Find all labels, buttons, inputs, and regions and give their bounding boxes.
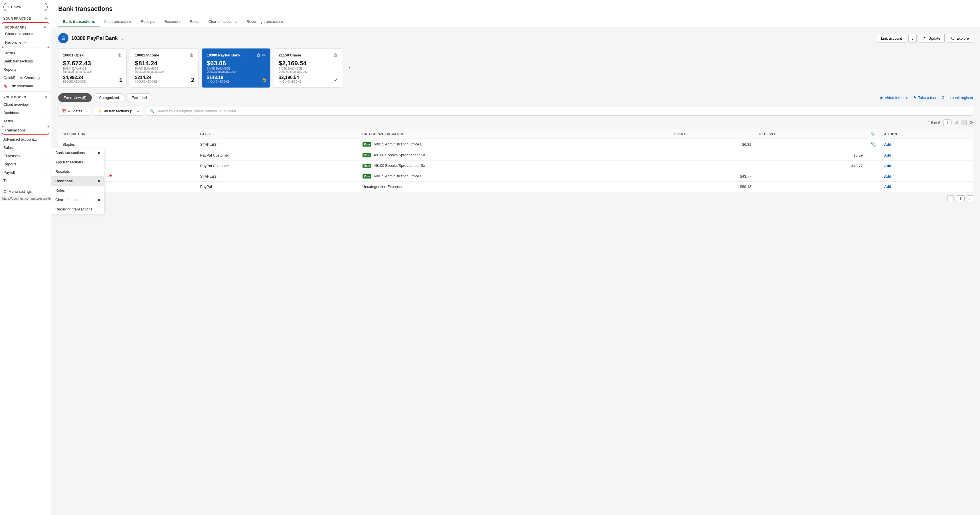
- page-title: Bank transactions: [58, 5, 973, 13]
- edit-icon[interactable]: ✏: [262, 53, 266, 57]
- sidebar-item-payroll[interactable]: Payroll ›: [0, 168, 51, 176]
- edit-bookmarks-icon[interactable]: ✏: [43, 25, 46, 29]
- sidebar-item-dashboards[interactable]: Dashboards ›: [0, 109, 51, 117]
- explore-button[interactable]: ⬡ Explore: [947, 33, 973, 43]
- card-name: 10002 Income: [135, 53, 159, 57]
- card-bank-label: BANK BALANCE: [135, 67, 164, 70]
- tab-recurring-transactions[interactable]: Recurring transactions: [242, 16, 288, 27]
- sidebar-item-time[interactable]: Time ›: [0, 176, 51, 185]
- cell-received: [755, 182, 867, 192]
- rule-badge: Rule: [363, 153, 372, 157]
- page-number-box: 1: [943, 119, 951, 126]
- chevron-right-icon: ›: [46, 162, 48, 166]
- trash-icon[interactable]: 🗑: [190, 53, 194, 57]
- filter-links: ▶ Video tutorials ⚑ Take a tour Go to ba…: [880, 95, 973, 100]
- flyout-menu: Bank transactions ■ App transactions Rec…: [51, 148, 104, 214]
- flyout-item-receipts[interactable]: Receipts: [51, 167, 104, 176]
- flyout-item-chart-of-accounts[interactable]: Chart of accounts ■: [51, 195, 104, 205]
- col-attachment: 📎: [867, 129, 880, 139]
- account-card-21150-chase[interactable]: 21150 Chase 🗑 $2,169.54 BANK BALANCE Upd…: [274, 48, 342, 87]
- next-page-button[interactable]: ›: [967, 196, 973, 202]
- take-a-tour-link[interactable]: ⚑ Take a tour: [913, 95, 936, 100]
- filter-tab-categorized[interactable]: Categorized: [94, 93, 124, 102]
- attachment-icon: 📎: [871, 142, 876, 146]
- sidebar-item-label: QuickBooks Checking: [3, 76, 40, 80]
- edit-books-icon[interactable]: ✏: [45, 95, 48, 99]
- sidebar-item-reports[interactable]: Reports: [0, 65, 51, 73]
- sidebar-item-menu-settings[interactable]: ⚙ Menu settings: [0, 188, 51, 196]
- link-account-dropdown-button[interactable]: ⌄: [908, 34, 917, 43]
- flyout-item-recurring-transactions[interactable]: Recurring transactions: [51, 205, 104, 214]
- cards-nav-next[interactable]: ›: [346, 64, 354, 72]
- flyout-item-label: Chart of accounts: [55, 198, 84, 202]
- sidebar-item-qb-checking[interactable]: QuickBooks Checking: [0, 73, 51, 82]
- flyout-item-reconcile[interactable]: Reconcile ■: [51, 176, 104, 186]
- trash-icon[interactable]: 🗑: [118, 53, 122, 57]
- tab-rules[interactable]: Rules: [185, 16, 204, 27]
- tab-app-transactions[interactable]: App transactions: [100, 16, 136, 27]
- sidebar-item-advanced-accounting[interactable]: Advanced account... ›: [0, 135, 51, 143]
- tab-chart-of-accounts[interactable]: Chart of accounts: [204, 16, 242, 27]
- add-button[interactable]: Add: [884, 184, 891, 189]
- trash-icon[interactable]: 🗑: [256, 53, 260, 57]
- filter-tab-for-review[interactable]: For review (5): [58, 93, 92, 102]
- filter-icon: ⚡: [97, 109, 102, 113]
- add-button[interactable]: Add: [884, 164, 891, 168]
- bookmarks-section-header: BOOKMARKS ✏: [2, 23, 49, 30]
- link-account-button[interactable]: Link account: [877, 34, 906, 43]
- sidebar-item-sales[interactable]: Sales ›: [0, 143, 51, 152]
- account-card-10001-opex[interactable]: 10001 Opex 🗑 $7,672.43 BANK BALANCE Upda…: [58, 48, 127, 87]
- flyout-item-rules[interactable]: Rules: [51, 186, 104, 195]
- sidebar-item-expenses[interactable]: Expenses ›: [0, 152, 51, 160]
- tab-bank-transactions[interactable]: Bank transactions: [58, 16, 100, 27]
- sidebar-item-clients[interactable]: Clients: [0, 49, 51, 57]
- sidebar-item-client-overview[interactable]: Client overview: [0, 100, 51, 109]
- filter-tab-excluded[interactable]: Excluded: [126, 93, 152, 102]
- add-button[interactable]: Add: [884, 153, 891, 157]
- add-button[interactable]: Add: [884, 174, 891, 178]
- transactions-filter-button[interactable]: ⚡ All transactions (5) ⌄: [94, 106, 143, 116]
- review-filter-group: For review (5) Categorized Excluded: [58, 93, 152, 102]
- settings-table-icon[interactable]: ⚙: [969, 120, 973, 126]
- sidebar-item-chart-of-accounts[interactable]: Chart of accounts: [2, 30, 49, 38]
- video-tutorials-link[interactable]: ▶ Video tutorials: [880, 95, 908, 100]
- cell-spent: $80.13: [670, 182, 755, 192]
- card-updated: Updated moments ago: [63, 70, 92, 73]
- trash-icon[interactable]: 🗑: [333, 53, 337, 57]
- new-button[interactable]: + + New: [3, 3, 48, 11]
- flyout-item-label: Rules: [55, 188, 65, 192]
- col-action: ACTION: [880, 129, 973, 139]
- account-card-10002-income[interactable]: 10002 Income 🗑 $814.24 BANK BALANCE Upda…: [130, 48, 199, 87]
- account-card-10300-paypal[interactable]: 10300 PayPal Bank 🗑 ✏ $63.06 BANK BALANC…: [202, 48, 270, 87]
- rule-badge: Rule: [363, 164, 372, 168]
- sidebar-item-bank-transactions[interactable]: Bank transactions: [0, 57, 51, 65]
- tab-receipts[interactable]: Receipts: [136, 16, 160, 27]
- update-button[interactable]: ↻ Update: [919, 33, 945, 43]
- sidebar-item-reports-books[interactable]: Reports ›: [0, 160, 51, 168]
- prev-page-button[interactable]: ‹: [948, 196, 954, 202]
- flyout-item-label: Receipts: [55, 169, 70, 174]
- sidebar-item-edit-bookmark[interactable]: 🔖 Edit bookmark: [0, 82, 51, 90]
- cell-spent: [670, 150, 755, 161]
- add-button[interactable]: Add: [884, 142, 891, 146]
- export-icon[interactable]: ⬜: [961, 120, 967, 126]
- sidebar-item-tasks[interactable]: Tasks: [0, 117, 51, 125]
- account-selector[interactable]: ☰ 10300 PayPal Bank ⌄: [58, 33, 124, 43]
- dates-filter-button[interactable]: 📅 All dates ⌄: [58, 106, 91, 116]
- account-name: 10300 PayPal Bank: [71, 35, 118, 41]
- sidebar-item-label: Reports: [3, 162, 16, 166]
- card-icons: 🗑: [190, 53, 194, 57]
- table-row: Credit PayPal Uncategorized Expense $80.…: [59, 182, 973, 192]
- sidebar-item-reconcile-bookmark[interactable]: Reconcile ←: [2, 38, 49, 47]
- edit-practice-icon[interactable]: ✏: [45, 16, 48, 21]
- bookmarks-section-highlight: BOOKMARKS ✏ Chart of accounts Reconcile …: [2, 22, 49, 48]
- cell-action: Add: [880, 182, 973, 192]
- search-input[interactable]: 🔍 Search by description, check number, o…: [146, 106, 973, 116]
- tab-reconcile[interactable]: Reconcile: [160, 16, 185, 27]
- chevron-right-icon: ›: [46, 179, 48, 183]
- print-icon[interactable]: 🖨: [955, 120, 959, 126]
- sidebar-item-transactions[interactable]: Transactions ›: [2, 126, 49, 134]
- go-to-bank-register-link[interactable]: Go to bank register: [942, 95, 973, 100]
- flyout-item-app-transactions[interactable]: App transactions: [51, 157, 104, 167]
- flyout-item-bank-transactions[interactable]: Bank transactions ■: [51, 148, 104, 157]
